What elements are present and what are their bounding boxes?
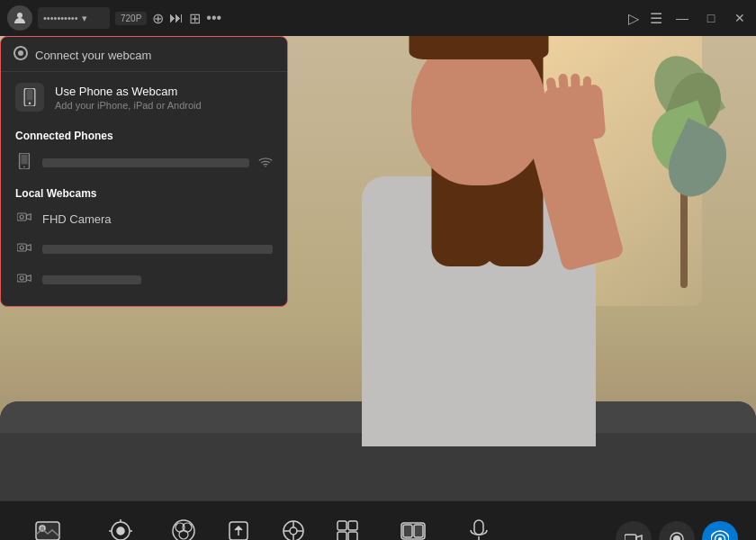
content-icon [224,517,253,541]
svg-rect-33 [474,520,483,535]
svg-point-7 [23,166,25,167]
svg-rect-36 [625,535,636,541]
source-selector[interactable]: •••••••••• ▾ [38,7,110,29]
svg-rect-3 [27,90,33,101]
menu-icon[interactable]: ☰ [650,10,662,27]
device-2-name [42,245,273,254]
connected-phone-name [42,158,249,167]
mic-icon [464,517,493,541]
fhd-camera-item[interactable]: FHD Camera [1,203,287,234]
webcam-header-icon [14,46,28,64]
webcam-icon [15,211,33,227]
toolbar-item-mic[interactable]: Mic [452,509,506,541]
svg-point-38 [673,536,680,541]
titlebar: •••••••••• ▾ 720P ⊕ ⏭ ⊞ ••• ▷ ☰ — □ ✕ [0,0,756,36]
webcam-dropdown: Connect your webcam Use Phone as Webcam … [0,36,288,307]
plant [639,36,729,288]
toolbar-item-adjustment[interactable]: Adjustment [86,509,157,541]
toolbar-right [616,521,745,541]
more-icon[interactable]: ••• [206,10,221,26]
toolbar-item-filter[interactable]: Filter [157,509,211,541]
toolbar-item-theme[interactable]: Theme [320,509,374,541]
dropdown-title: Connect your webcam [35,49,151,62]
use-phone-item[interactable]: Use Phone as Webcam Add your iPhone, iPa… [1,72,287,122]
device-3-item[interactable] [1,265,287,295]
svg-point-0 [17,13,22,18]
device-2-item[interactable] [1,234,287,265]
connected-phones-label: Connected Phones [1,122,287,146]
svg-rect-32 [414,525,423,537]
svg-point-8 [265,166,266,167]
use-phone-title: Use Phone as Webcam [55,85,202,98]
svg-point-22 [179,530,188,539]
phone-icon [15,83,44,112]
svg-point-12 [20,246,23,249]
svg-point-10 [20,215,23,219]
svg-point-4 [29,102,32,104]
broadcast-button[interactable] [702,521,738,541]
svg-rect-28 [338,532,346,541]
restore-button[interactable]: □ [702,11,720,25]
svg-point-25 [290,527,297,535]
svg-point-14 [20,276,23,280]
svg-rect-31 [403,525,412,537]
multi-scenes-icon [399,517,428,541]
connected-phone-item[interactable] [1,146,287,180]
zoom-in-icon[interactable]: ⊕ [152,10,164,27]
toolbar-item-brand[interactable]: Brand [266,509,320,541]
monitor-icon[interactable]: ▷ [628,10,639,27]
svg-rect-6 [21,155,27,165]
svg-rect-27 [348,521,357,530]
svg-rect-29 [348,532,357,541]
webcam-3-icon [15,272,33,288]
svg-rect-13 [17,274,26,282]
wifi-icon [258,156,273,170]
adjustment-icon [106,517,135,541]
titlebar-right: ▷ ☰ — □ ✕ [628,10,749,27]
camera-button[interactable] [616,521,652,541]
filter-icon [169,517,198,541]
minimize-button[interactable]: — [673,11,691,25]
svg-rect-11 [17,244,26,251]
chevron-down-icon: ▾ [82,13,87,24]
resolution-badge: 720P [115,12,147,25]
device-phone-icon [15,153,33,173]
avatar-button[interactable] [7,5,32,31]
person [335,41,623,446]
local-webcams-label: Local Webcams [1,180,287,203]
use-phone-text: Use Phone as Webcam Add your iPhone, iPa… [55,85,202,111]
svg-point-39 [718,537,722,541]
use-phone-subtitle: Add your iPhone, iPad or Android [55,100,202,111]
source-name: •••••••••• [43,13,78,23]
fhd-camera-name: FHD Camera [42,212,112,226]
toolbar-item-content[interactable]: Content [211,509,267,541]
toolbar-items: Background Adjustment Fil [11,509,616,541]
brand-icon [279,517,308,541]
skip-icon[interactable]: ⏭ [169,10,184,26]
bottom-toolbar: Background Adjustment Fil [0,500,756,540]
theme-icon [333,517,362,541]
layout-icon[interactable]: ⊞ [189,10,201,27]
record-button[interactable] [659,521,695,541]
svg-rect-9 [17,213,26,220]
toolbar-item-multi-scenes[interactable]: Multi-scenes [374,509,452,541]
svg-point-1 [18,50,23,56]
svg-rect-26 [338,521,346,530]
webcam-2-icon [15,241,33,257]
titlebar-left: •••••••••• ▾ 720P ⊕ ⏭ ⊞ ••• [7,5,621,31]
close-button[interactable]: ✕ [731,11,749,25]
toolbar-item-background[interactable]: Background [11,509,86,541]
dropdown-header: Connect your webcam [1,37,287,72]
background-icon [33,517,62,541]
svg-point-18 [117,527,124,535]
main-area: Connect your webcam Use Phone as Webcam … [0,36,756,500]
device-3-name [42,275,141,284]
